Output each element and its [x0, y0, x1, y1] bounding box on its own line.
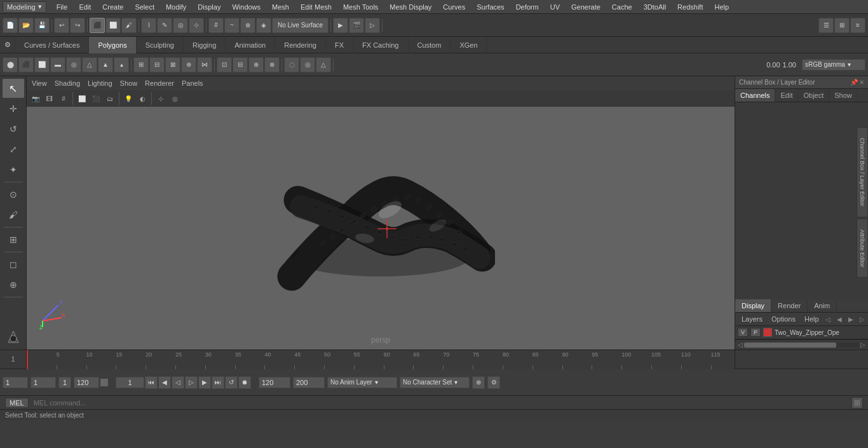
toolbar-show-ui[interactable]: ☰ [818, 18, 834, 33]
toolbar-paint[interactable]: ✎ [157, 18, 172, 33]
toolbar-snap-curve[interactable]: ~ [224, 18, 240, 33]
current-frame-input[interactable] [3, 377, 28, 388]
vp-menu-renderer[interactable]: Renderer [145, 79, 174, 87]
viewport[interactable]: View Shading Lighting Show Renderer Pane… [27, 76, 735, 350]
vp-lighting-icon[interactable]: 💡 [122, 92, 135, 105]
paint-tool[interactable]: 🖌 [3, 205, 24, 224]
poly-torus[interactable]: ◎ [66, 57, 81, 72]
scale-tool[interactable]: ⤢ [3, 140, 24, 159]
panel-close-icon[interactable]: ✕ [859, 79, 864, 86]
toolbar-snap-view[interactable]: ◈ [256, 18, 271, 33]
channel-box-edge-tab[interactable]: Channel Box / Layer Editor [857, 127, 868, 217]
tab-curves-surfaces[interactable]: Curves / Surfaces [15, 37, 89, 53]
poly-cone[interactable]: △ [82, 57, 97, 72]
toolbar-soft-select[interactable]: ◎ [173, 18, 188, 33]
separate[interactable]: ⊟ [149, 57, 165, 72]
vp-smooth-icon[interactable]: ⬛ [90, 92, 102, 105]
poly-plane[interactable]: ▬ [50, 57, 65, 72]
tab-channels[interactable]: Channels [735, 89, 775, 102]
last-tool[interactable]: ◻ [3, 255, 24, 274]
vp-texture-icon[interactable]: 🗂 [104, 92, 116, 105]
tab-sculpting[interactable]: Sculpting [137, 37, 184, 53]
toolbar-select-mode[interactable]: ⬛ [90, 18, 105, 33]
menu-surfaces[interactable]: Surfaces [471, 2, 509, 12]
vp-camera-icon[interactable]: 📷 [29, 92, 42, 105]
vp-shadow-icon[interactable]: ◐ [136, 92, 149, 105]
mel-expand-icon[interactable]: ⊞ [851, 397, 863, 409]
maya-logo[interactable] [3, 328, 24, 347]
menu-cache[interactable]: Cache [607, 2, 637, 12]
layer-more-icon[interactable]: ▷ [857, 314, 867, 324]
right-scroll-left[interactable]: ◁ [738, 341, 743, 348]
vp-menu-panels[interactable]: Panels [182, 79, 203, 87]
toolbar-lasso[interactable]: ⌇ [141, 18, 156, 33]
combine[interactable]: ⊞ [133, 57, 149, 72]
tab-rendering[interactable]: Rendering [275, 37, 326, 53]
poly-cylinder[interactable]: ⬜ [34, 57, 50, 72]
frame-end-field[interactable] [74, 377, 108, 388]
step-back-btn[interactable]: ◀ [158, 376, 171, 389]
toolbar-file-save[interactable]: 💾 [34, 18, 50, 33]
tab-xgen[interactable]: XGen [451, 37, 487, 53]
help-menu-item[interactable]: Help [801, 314, 823, 324]
vp-component-icon[interactable]: ⊹ [154, 92, 167, 105]
smooth[interactable]: ◌ [284, 57, 299, 72]
menu-uv[interactable]: UV [545, 2, 565, 12]
toolbar-file-open[interactable]: 📂 [18, 18, 34, 33]
move-tool[interactable]: ✛ [3, 99, 24, 118]
menu-create[interactable]: Create [97, 2, 128, 12]
options-menu-item[interactable]: Options [768, 314, 799, 324]
toolbar-paint-select[interactable]: 🖌 [121, 18, 137, 33]
attribute-editor-edge-tab[interactable]: Attribute Editor [857, 219, 868, 278]
mirror[interactable]: ⋈ [197, 57, 212, 72]
tab-anim[interactable]: Anim [808, 299, 837, 312]
layer-p-btn[interactable]: P [750, 328, 761, 337]
extract[interactable]: ⊠ [165, 57, 180, 72]
menu-mesh-tools[interactable]: Mesh Tools [338, 2, 383, 12]
show-manip[interactable]: ⊞ [3, 230, 24, 249]
tab-render[interactable]: Render [771, 299, 808, 312]
vp-wireframe-icon[interactable]: ⬜ [76, 92, 88, 105]
menu-help[interactable]: Help [709, 2, 734, 12]
step-forward-btn[interactable]: ▶ [198, 376, 211, 389]
layer-add-icon[interactable]: ◁ [823, 314, 833, 324]
vp-menu-lighting[interactable]: Lighting [88, 79, 112, 87]
select-tool[interactable]: ↖ [3, 79, 24, 98]
frame-end2-input[interactable] [259, 377, 290, 388]
toolbar-ipr[interactable]: ▷ [365, 18, 380, 33]
layer-color-swatch[interactable] [763, 328, 772, 337]
vp-isolate-icon[interactable]: ◎ [168, 92, 181, 105]
jump-end-btn[interactable]: ⏭ [212, 376, 224, 389]
vp-film-icon[interactable]: 🎞 [43, 92, 56, 105]
toolbar-render[interactable]: 🎬 [349, 18, 364, 33]
tab-show[interactable]: Show [829, 89, 858, 102]
tab-animation[interactable]: Animation [226, 37, 275, 53]
menu-display[interactable]: Display [193, 2, 226, 12]
tab-display[interactable]: Display [735, 299, 771, 312]
range-indicator[interactable]: 1 [58, 377, 71, 388]
rotate-tool[interactable]: ↺ [3, 119, 24, 139]
menu-modify[interactable]: Modify [161, 2, 191, 12]
no-char-set-dropdown[interactable]: No Character Set ▾ [400, 377, 470, 388]
tab-rigging[interactable]: Rigging [184, 37, 226, 53]
boolean[interactable]: ⊕ [181, 57, 196, 72]
tab-custom[interactable]: Custom [409, 37, 451, 53]
no-live-surface-btn[interactable]: No Live Surface [272, 18, 329, 33]
layer-v-btn[interactable]: V [738, 328, 748, 337]
menu-generate[interactable]: Generate [566, 2, 606, 12]
fill-hole[interactable]: ⊕ [248, 57, 264, 72]
poly-cube[interactable]: ⬛ [18, 57, 34, 72]
triangulate[interactable]: △ [316, 57, 331, 72]
vp-grid-icon[interactable]: # [57, 92, 70, 105]
no-anim-layer-dropdown[interactable]: No Anim Layer ▾ [327, 377, 397, 388]
tab-fx[interactable]: FX [326, 37, 353, 53]
menu-select[interactable]: Select [130, 2, 159, 12]
poly-prism[interactable]: ▲ [98, 57, 113, 72]
mel-mode-label[interactable]: MEL [5, 398, 29, 408]
poly-sphere[interactable]: ⬤ [3, 57, 18, 72]
timeline-ruler[interactable]: 5101520253035404550556065707580859095100… [27, 350, 735, 369]
char-ctrl-1[interactable]: ⊕ [472, 376, 485, 389]
menu-redshift[interactable]: Redshift [672, 2, 708, 12]
toolbar-undo[interactable]: ↩ [54, 18, 69, 33]
loop-btn[interactable]: ↺ [225, 376, 238, 389]
